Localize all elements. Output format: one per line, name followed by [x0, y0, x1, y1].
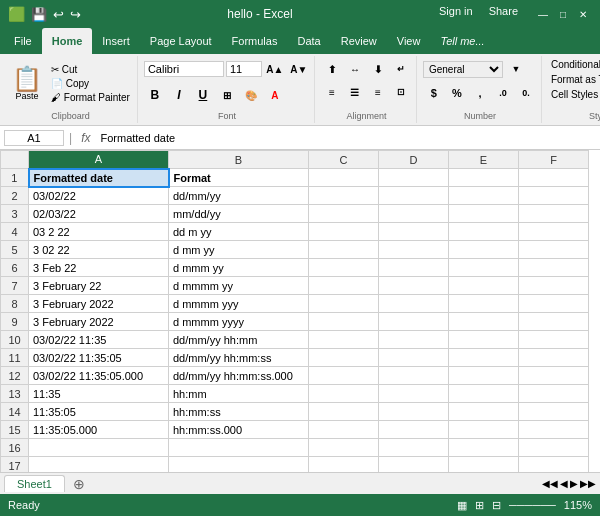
row-header[interactable]: 4: [1, 223, 29, 241]
cell-a2[interactable]: 03/02/22: [29, 187, 169, 205]
undo-icon[interactable]: ↩: [53, 7, 64, 22]
underline-button[interactable]: U: [192, 84, 214, 106]
align-left-button[interactable]: ≡: [321, 81, 343, 103]
number-format-select[interactable]: General: [423, 61, 503, 78]
cell-e7[interactable]: [449, 277, 519, 295]
cell-d11[interactable]: [379, 349, 449, 367]
cell-c15[interactable]: [309, 421, 379, 439]
scroll-left-button[interactable]: ◀◀: [542, 478, 558, 489]
align-middle-button[interactable]: ↔: [344, 58, 366, 80]
cell-d14[interactable]: [379, 403, 449, 421]
cell-e8[interactable]: [449, 295, 519, 313]
cell-e5[interactable]: [449, 241, 519, 259]
save-icon[interactable]: 💾: [31, 7, 47, 22]
cell-d13[interactable]: [379, 385, 449, 403]
cell-f15[interactable]: [519, 421, 589, 439]
cell-d2[interactable]: [379, 187, 449, 205]
cell-d4[interactable]: [379, 223, 449, 241]
font-size-input[interactable]: [226, 61, 262, 77]
col-header-b[interactable]: B: [169, 151, 309, 169]
conditional-formatting-button[interactable]: Conditional Formatting: [548, 58, 600, 71]
cell-f14[interactable]: [519, 403, 589, 421]
cell-d7[interactable]: [379, 277, 449, 295]
cell-b6[interactable]: d mmm yy: [169, 259, 309, 277]
row-header[interactable]: 17: [1, 457, 29, 473]
cell-styles-button[interactable]: Cell Styles: [548, 88, 600, 101]
fill-color-button[interactable]: 🎨: [240, 84, 262, 106]
currency-button[interactable]: $: [423, 82, 445, 104]
align-right-button[interactable]: ≡: [367, 81, 389, 103]
row-header[interactable]: 10: [1, 331, 29, 349]
formula-input[interactable]: [96, 131, 596, 145]
number-format-dropdown[interactable]: ▼: [505, 58, 527, 80]
wrap-text-button[interactable]: ↵: [390, 58, 412, 80]
cell-b16[interactable]: [169, 439, 309, 457]
cell-d17[interactable]: [379, 457, 449, 473]
cell-a11[interactable]: 03/02/22 11:35:05: [29, 349, 169, 367]
close-button[interactable]: ✕: [574, 5, 592, 23]
cell-a17[interactable]: [29, 457, 169, 473]
cell-a12[interactable]: 03/02/22 11:35:05.000: [29, 367, 169, 385]
tab-formulas[interactable]: Formulas: [222, 28, 288, 54]
cell-b4[interactable]: dd m yy: [169, 223, 309, 241]
cell-d15[interactable]: [379, 421, 449, 439]
cell-d9[interactable]: [379, 313, 449, 331]
cell-b14[interactable]: hh:mm:ss: [169, 403, 309, 421]
copy-button[interactable]: 📄 Copy: [48, 77, 133, 90]
cell-e1[interactable]: [449, 169, 519, 187]
row-header[interactable]: 12: [1, 367, 29, 385]
format-painter-button[interactable]: 🖌 Format Painter: [48, 91, 133, 104]
row-header[interactable]: 8: [1, 295, 29, 313]
align-top-button[interactable]: ⬆: [321, 58, 343, 80]
row-header[interactable]: 9: [1, 313, 29, 331]
cell-c16[interactable]: [309, 439, 379, 457]
scroll-right-button[interactable]: ▶▶: [580, 478, 596, 489]
cell-a5[interactable]: 3 02 22: [29, 241, 169, 259]
row-header[interactable]: 6: [1, 259, 29, 277]
cell-e13[interactable]: [449, 385, 519, 403]
sheet-tab-sheet1[interactable]: Sheet1: [4, 475, 65, 492]
row-header[interactable]: 16: [1, 439, 29, 457]
cell-f16[interactable]: [519, 439, 589, 457]
scroll-next-button[interactable]: ▶: [570, 478, 578, 489]
name-box[interactable]: [4, 130, 64, 146]
cell-c8[interactable]: [309, 295, 379, 313]
format-as-table-button[interactable]: Format as Table: [548, 73, 600, 86]
zoom-slider[interactable]: ──────: [509, 499, 556, 511]
row-header[interactable]: 2: [1, 187, 29, 205]
font-name-input[interactable]: [144, 61, 224, 77]
cell-f2[interactable]: [519, 187, 589, 205]
cell-f11[interactable]: [519, 349, 589, 367]
cell-f5[interactable]: [519, 241, 589, 259]
cell-e17[interactable]: [449, 457, 519, 473]
tab-page-layout[interactable]: Page Layout: [140, 28, 222, 54]
cell-f17[interactable]: [519, 457, 589, 473]
cell-d5[interactable]: [379, 241, 449, 259]
cell-c13[interactable]: [309, 385, 379, 403]
cell-a3[interactable]: 02/03/22: [29, 205, 169, 223]
tab-tell-me[interactable]: Tell me...: [430, 28, 494, 54]
italic-button[interactable]: I: [168, 84, 190, 106]
row-header[interactable]: 3: [1, 205, 29, 223]
cell-f8[interactable]: [519, 295, 589, 313]
tab-data[interactable]: Data: [287, 28, 330, 54]
view-layout-button[interactable]: ⊞: [475, 499, 484, 512]
cell-e6[interactable]: [449, 259, 519, 277]
cell-a13[interactable]: 11:35: [29, 385, 169, 403]
percent-button[interactable]: %: [446, 82, 468, 104]
row-header[interactable]: 13: [1, 385, 29, 403]
cell-d16[interactable]: [379, 439, 449, 457]
cell-a9[interactable]: 3 February 2022: [29, 313, 169, 331]
cell-a14[interactable]: 11:35:05: [29, 403, 169, 421]
border-button[interactable]: ⊞: [216, 84, 238, 106]
add-sheet-button[interactable]: ⊕: [67, 474, 91, 494]
redo-icon[interactable]: ↪: [70, 7, 81, 22]
cell-f13[interactable]: [519, 385, 589, 403]
cell-e9[interactable]: [449, 313, 519, 331]
increase-decimal-button[interactable]: .0: [492, 82, 514, 104]
cell-d1[interactable]: [379, 169, 449, 187]
cell-b10[interactable]: dd/mm/yy hh:mm: [169, 331, 309, 349]
cell-b2[interactable]: dd/mm/yy: [169, 187, 309, 205]
col-header-a[interactable]: A: [29, 151, 169, 169]
cell-a4[interactable]: 03 2 22: [29, 223, 169, 241]
